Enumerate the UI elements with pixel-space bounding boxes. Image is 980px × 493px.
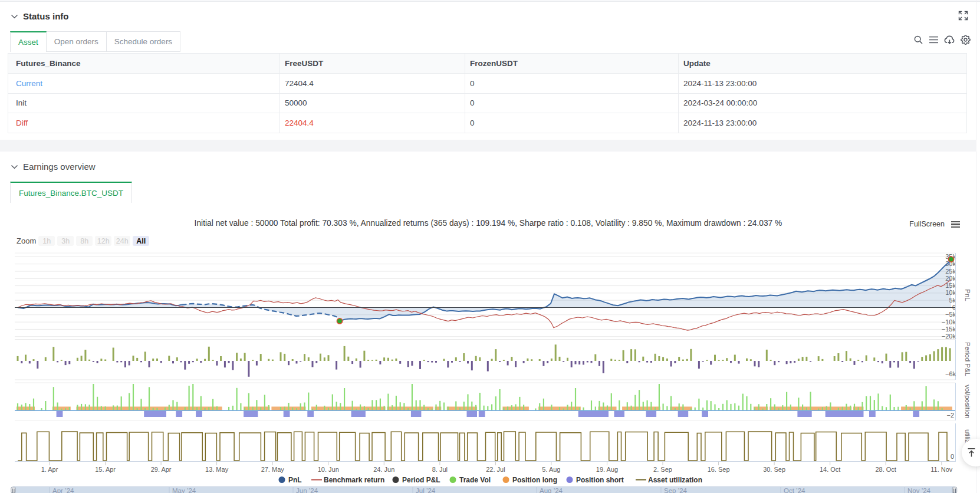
svg-text:−2: −2 <box>946 412 954 419</box>
svg-text:PnL: PnL <box>288 476 302 484</box>
svg-text:13. May: 13. May <box>205 466 229 473</box>
svg-text:−15k: −15k <box>942 326 956 333</box>
svg-text:Position long: Position long <box>512 476 557 484</box>
svg-text:0: 0 <box>951 453 954 460</box>
svg-text:Jul ’24: Jul ’24 <box>416 487 436 493</box>
svg-text:−5k: −5k <box>945 311 956 318</box>
svg-text:19. Aug: 19. Aug <box>596 466 618 473</box>
svg-text:Position short: Position short <box>576 476 624 484</box>
svg-text:5. Aug: 5. Aug <box>542 466 560 473</box>
svg-text:24. Jun: 24. Jun <box>373 466 394 473</box>
svg-text:22. Jul: 22. Jul <box>486 466 505 473</box>
svg-text:1. Apr: 1. Apr <box>41 466 58 473</box>
svg-text:10. Jun: 10. Jun <box>318 466 339 473</box>
svg-text:30. Sep: 30. Sep <box>763 466 785 473</box>
svg-text:Period P&L: Period P&L <box>964 342 971 377</box>
svg-text:Trade Vol: Trade Vol <box>459 476 491 484</box>
svg-text:−20k: −20k <box>942 333 956 340</box>
svg-text:Benchmark return: Benchmark return <box>324 476 384 484</box>
svg-text:−10k: −10k <box>942 318 956 326</box>
svg-text:Nov ’24: Nov ’24 <box>907 487 931 493</box>
svg-text:Apr ’24: Apr ’24 <box>52 487 74 493</box>
svg-text:Jun ’24: Jun ’24 <box>296 487 318 493</box>
svg-text:29. Apr: 29. Apr <box>151 466 172 473</box>
svg-text:−6k: −6k <box>945 370 956 377</box>
svg-text:28. Oct: 28. Oct <box>875 466 896 473</box>
svg-text:May ’24: May ’24 <box>172 487 196 493</box>
svg-text:Sep ’24: Sep ’24 <box>664 487 688 493</box>
svg-text:vol/position: vol/position <box>964 384 971 419</box>
svg-text:14. Oct: 14. Oct <box>820 466 840 473</box>
svg-text:Oct ’24: Oct ’24 <box>784 487 805 493</box>
svg-text:Asset utilization: Asset utilization <box>648 476 702 484</box>
svg-text:PnL: PnL <box>964 289 971 301</box>
svg-text:11. Nov: 11. Nov <box>930 466 953 473</box>
svg-text:Period P&L: Period P&L <box>402 476 440 484</box>
svg-text:27. May: 27. May <box>261 466 285 473</box>
svg-text:2. Sep: 2. Sep <box>653 466 672 473</box>
svg-text:Aug ’24: Aug ’24 <box>540 487 563 493</box>
svg-text:15. Apr: 15. Apr <box>95 466 116 473</box>
svg-text:16. Sep: 16. Sep <box>708 466 730 473</box>
svg-text:8. Jul: 8. Jul <box>432 466 448 473</box>
